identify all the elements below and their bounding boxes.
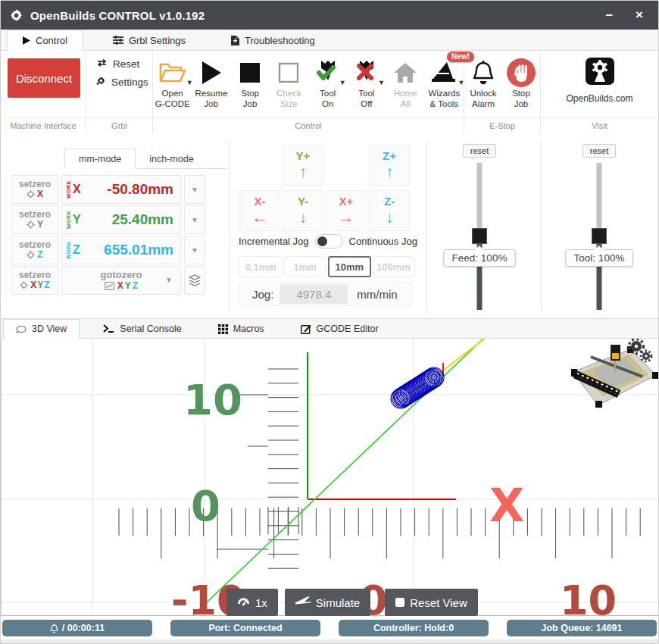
jog-y-minus-button[interactable]: Y-↓ <box>283 190 323 231</box>
jog-y-plus-button[interactable]: Y+↑ <box>283 145 323 186</box>
jog-rate-input[interactable] <box>280 284 348 304</box>
viewport-buttons: 1x Simulate Reset View <box>226 589 478 616</box>
jog-step-buttons: 0.1mm 1mm 10mm 100mm <box>239 256 415 277</box>
work-y-value: 25.40mm <box>112 211 180 228</box>
tab-grbl-settings[interactable]: Grbl Settings <box>97 30 201 50</box>
probe-layers-button[interactable] <box>184 266 205 295</box>
unlock-alarm-button[interactable]: UnlockAlarm <box>464 57 502 110</box>
toolpath-spiral <box>391 367 444 408</box>
setzero-x-button[interactable]: setzero X <box>11 175 58 204</box>
gotozero-button[interactable]: gotozero XYZ ▼ <box>61 266 181 295</box>
minimize-button[interactable]: – <box>606 1 613 30</box>
home-all-button[interactable]: HomeAll <box>386 57 425 110</box>
openbuilds-link[interactable]: OpenBuilds.com <box>541 51 658 104</box>
step-100mm-button[interactable]: 100mm <box>373 256 416 277</box>
estop-stop-job-button[interactable]: StopJob <box>502 57 540 110</box>
sim-speed-button[interactable]: 1x <box>226 589 278 616</box>
status-bar: / 00:00:11 Port: Connected Controller: H… <box>1 616 658 644</box>
arrow-down-icon: ↓ <box>299 208 308 226</box>
jog-rate-unit: mm/min <box>357 288 397 301</box>
group-label-machine-interface: Machine Interface <box>1 117 86 133</box>
dro-row-xyz: setzero XYZ gotozero XYZ ▼ <box>11 266 205 295</box>
simulate-button[interactable]: Simulate <box>285 589 370 616</box>
jog-x-minus-button[interactable]: X-← <box>239 190 280 231</box>
jog-mode-toggle[interactable] <box>315 234 343 249</box>
3d-rotation-icon <box>16 324 27 334</box>
3d-viewport[interactable]: 10 0 -10 0 10 X <box>1 339 659 616</box>
stop-job-button[interactable]: StopJob <box>231 57 270 110</box>
tab-mm-mode[interactable]: mm-mode <box>64 148 136 169</box>
settings-button[interactable]: Settings <box>96 76 152 88</box>
dro-display-y[interactable]: WORK Y 25.40mm <box>61 205 181 234</box>
jog-z-minus-button[interactable]: Z-↓ <box>369 190 410 231</box>
group-label-visit: Visit <box>541 117 658 133</box>
3d-scene: 10 0 -10 0 10 X <box>2 339 659 615</box>
tab-macros[interactable]: Macros <box>205 319 277 338</box>
group-label-control: Control <box>153 117 464 133</box>
folder-icon: ▼ <box>159 57 186 89</box>
dro-z-dropdown[interactable]: ▼ <box>184 236 205 264</box>
y-label-10: 10 <box>183 375 242 424</box>
tab-troubleshooting[interactable]: Troubleshooting <box>215 30 331 50</box>
feed-slider-handle[interactable] <box>472 228 487 244</box>
reset-view-button[interactable]: Reset View <box>385 589 478 616</box>
tab-3d-view[interactable]: 3D View <box>3 319 80 338</box>
wizards-tools-button[interactable]: New! ▼ Wizards& Tools <box>425 57 464 110</box>
troubleshoot-file-icon <box>231 36 239 45</box>
controller-status-pill[interactable]: Controller: Hold:0 <box>339 620 489 636</box>
reset-button[interactable]: Reset <box>96 58 152 70</box>
resume-job-button[interactable]: ResumeJob <box>192 57 230 110</box>
tool-slider-handle[interactable] <box>592 228 607 244</box>
dro-y-dropdown[interactable]: ▼ <box>184 205 205 234</box>
bottom-strip <box>1 639 658 644</box>
open-gcode-button[interactable]: ▼ OpenG-CODE <box>153 57 192 110</box>
jog-x-plus-button[interactable]: X+→ <box>326 190 367 231</box>
setzero-z-button[interactable]: setzero Z <box>11 236 58 264</box>
feed-override-value: Feed: 100% <box>444 249 516 267</box>
title-bar: OpenBuilds CONTROL v1.0.192 – × <box>1 1 658 30</box>
stop-hand-icon <box>506 57 536 89</box>
tool-on-icon: ▼ <box>317 57 339 89</box>
outline-square-icon <box>278 57 299 89</box>
app-gear-icon <box>10 9 23 22</box>
openbuilds-logo-icon <box>584 57 616 90</box>
port-status-pill[interactable]: Port: Connected <box>170 620 320 636</box>
check-size-button[interactable]: CheckSize <box>270 57 308 110</box>
incremental-jog-label: Incremental Jog <box>239 236 309 247</box>
tool-on-button[interactable]: ▼ ToolOn <box>308 57 347 110</box>
dro-display-x[interactable]: WORK X -50.80mm <box>61 175 181 204</box>
unit-mode-tabs: mm-mode inch-mode <box>64 148 228 169</box>
work-z-value: 655.01mm <box>104 242 180 258</box>
setzero-xyz-button[interactable]: setzero XYZ <box>11 266 58 295</box>
tool-reset-button[interactable]: reset <box>582 144 616 158</box>
feed-slider-track[interactable] <box>477 163 483 230</box>
window-title: OpenBuilds CONTROL v1.0.192 <box>30 9 205 22</box>
dro-display-z[interactable]: WORK Z 655.01mm <box>61 236 181 264</box>
play-icon <box>201 57 222 89</box>
toolbar-group-machine-interface: Disconnect Machine Interface <box>1 51 86 133</box>
tab-control[interactable]: Control <box>7 30 83 50</box>
chevron-down-icon: ▼ <box>191 186 198 194</box>
jog-rate-label: Jog: <box>252 288 273 301</box>
jog-z-plus-button[interactable]: Z+↑ <box>369 145 410 186</box>
arrow-right-icon: → <box>339 208 354 226</box>
step-0-1mm-button[interactable]: 0.1mm <box>239 256 283 277</box>
tab-gcode-editor[interactable]: GCODE Editor <box>288 319 392 338</box>
tab-serial-console[interactable]: Serial Console <box>90 319 194 338</box>
tab-inch-mode[interactable]: inch-mode <box>136 148 207 169</box>
disconnect-button[interactable]: Disconnect <box>8 58 80 98</box>
feed-reset-button[interactable]: reset <box>463 144 496 158</box>
step-1mm-button[interactable]: 1mm <box>284 256 327 277</box>
tool-slider-track[interactable] <box>597 163 602 230</box>
job-queue-pill[interactable]: Job Queue: 14691 <box>507 620 657 636</box>
toolbar-group-visit: OpenBuilds.com Visit <box>541 51 658 133</box>
tool-off-button[interactable]: ▼ ToolOff <box>347 57 386 110</box>
step-10mm-button[interactable]: 10mm <box>328 256 371 277</box>
job-timer-pill[interactable]: / 00:00:11 <box>2 620 152 636</box>
close-button[interactable]: × <box>636 1 643 30</box>
dro-x-dropdown[interactable]: ▼ <box>184 175 205 204</box>
group-label-estop: E-Stop <box>464 117 540 133</box>
setzero-y-button[interactable]: setzero Y <box>11 205 58 234</box>
dro-row-x: setzero X WORK X -50.80mm ▼ <box>11 175 205 204</box>
crosshair-icon <box>27 190 35 199</box>
